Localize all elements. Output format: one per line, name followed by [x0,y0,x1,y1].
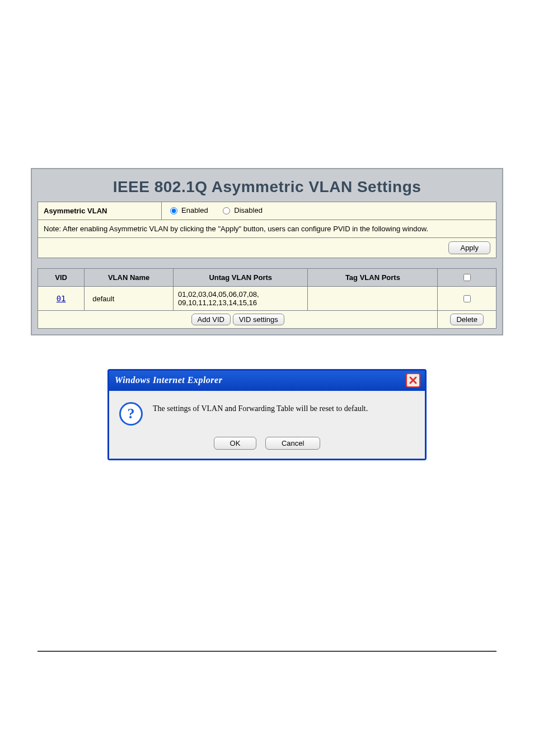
vid-link[interactable]: 01 [57,294,66,303]
asymmetric-settings-table: Asymmetric VLAN Enabled Disabled Note: A… [38,202,496,258]
asymmetric-radio-cell: Enabled Disabled [162,202,496,220]
ok-button[interactable]: OK [214,437,257,450]
col-vid: VID [38,269,85,287]
col-tag: Tag VLAN Ports [308,269,438,287]
enabled-radio-label: Enabled [181,206,208,214]
dialog-body: ? The settings of VLAN and Forwarding Ta… [109,391,425,429]
col-select [438,269,496,287]
enabled-radio[interactable] [170,207,177,214]
table-header-row: VID VLAN Name Untag VLAN Ports Tag VLAN … [38,269,496,287]
cell-name: default [85,287,174,311]
col-untag: Untag VLAN Ports [174,269,308,287]
delete-button[interactable]: Delete [450,314,484,325]
vid-settings-button[interactable]: VID settings [233,314,284,325]
question-icon: ? [119,402,143,426]
col-name: VLAN Name [85,269,174,287]
table-row: 01 default 01,02,03,04,05,06,07,08, 09,1… [38,287,496,311]
cell-untag: 01,02,03,04,05,06,07,08, 09,10,11,12,13,… [174,287,308,311]
note-row: Note: After enabling Asymmetric VLAN by … [38,220,496,238]
add-vid-button[interactable]: Add VID [191,314,231,325]
note-text: Note: After enabling Asymmetric VLAN by … [38,220,496,238]
vlan-table: VID VLAN Name Untag VLAN Ports Tag VLAN … [38,268,496,329]
confirm-dialog: Windows Internet Explorer ? The settings… [107,369,427,460]
dialog-titlebar: Windows Internet Explorer [109,371,425,391]
asymmetric-row: Asymmetric VLAN Enabled Disabled [38,202,496,220]
disabled-radio[interactable] [223,207,230,214]
footer-divider [38,651,496,652]
dialog-message: The settings of VLAN and Forwarding Tabl… [153,402,368,413]
row-checkbox[interactable] [463,295,471,302]
apply-row: Apply [38,238,496,258]
select-all-checkbox[interactable] [463,274,471,281]
action-row: Add VID VID settings Delete [38,311,496,329]
cell-tag [308,287,438,311]
cell-vid: 01 [38,287,85,311]
dialog-title-text: Windows Internet Explorer [115,375,222,385]
cancel-button[interactable]: Cancel [265,437,320,450]
close-icon[interactable] [406,373,420,388]
apply-button[interactable]: Apply [448,241,490,254]
page-title: IEEE 802.1Q Asymmetric VLAN Settings [38,174,496,202]
cell-select [438,287,496,311]
asymmetric-label: Asymmetric VLAN [38,202,162,220]
disabled-radio-label: Disabled [234,206,263,214]
dialog-buttons: OK Cancel [109,429,425,459]
settings-panel: IEEE 802.1Q Asymmetric VLAN Settings Asy… [31,168,503,335]
